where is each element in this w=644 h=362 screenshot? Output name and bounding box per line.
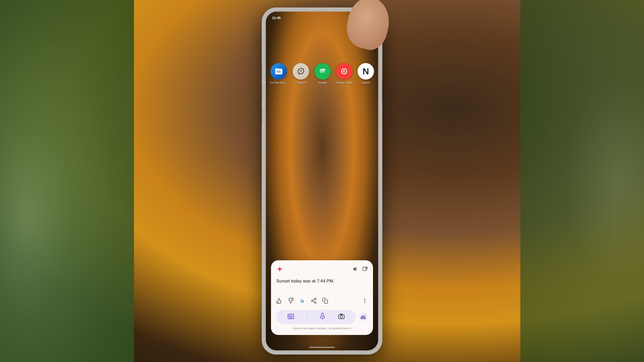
svg-rect-44	[363, 316, 364, 319]
svg-point-25	[364, 300, 365, 301]
battery-icon	[367, 16, 372, 20]
svg-point-17	[299, 298, 305, 304]
svg-line-21	[313, 301, 315, 302]
chatgpt-label: ChatGPT	[295, 81, 307, 84]
gemini-logo	[276, 265, 283, 274]
mute-button	[262, 65, 263, 78]
notion-icon[interactable]	[358, 63, 374, 80]
app-chatgpt[interactable]: ChatGPT	[293, 63, 309, 84]
svg-point-0	[363, 19, 363, 19]
volume-up-button	[262, 83, 263, 101]
svg-rect-39	[338, 315, 344, 319]
svg-rect-16	[363, 267, 367, 271]
svg-rect-34	[291, 316, 292, 317]
input-divider	[307, 314, 307, 320]
notion-label: Notion	[362, 81, 370, 84]
svg-rect-45	[365, 317, 366, 319]
phone-frame: 12:45 ▲▲▲	[263, 8, 381, 354]
svg-rect-30	[291, 315, 292, 316]
hand-background-left	[0, 0, 134, 362]
status-time: 12:45	[272, 16, 281, 20]
spotify-icon[interactable]	[314, 63, 331, 80]
app-pocket-casts[interactable]: Pocket Casts	[336, 63, 353, 84]
status-bar: 12:45 ▲▲▲	[266, 12, 378, 22]
svg-text:CX: CX	[277, 70, 281, 73]
thumbs-down-button[interactable]	[287, 298, 294, 305]
gemini-panel: Sunset today was at 7:44 PM.	[271, 260, 373, 335]
gemini-input-row	[276, 310, 368, 324]
svg-point-20	[315, 302, 316, 303]
svg-marker-15	[353, 267, 356, 271]
svg-rect-3	[367, 17, 370, 19]
cx-file-explorer-icon[interactable]: CX	[270, 63, 287, 80]
volume-down-button	[262, 106, 263, 124]
svg-rect-36	[290, 317, 292, 318]
svg-rect-42	[361, 316, 362, 319]
app-cx-file-explorer[interactable]: CX Cx File Expl...	[270, 63, 287, 84]
status-icons: ▲▲▲	[351, 16, 372, 20]
svg-point-48	[364, 315, 365, 315]
pocket-casts-label: Pocket Casts	[336, 81, 353, 84]
svg-rect-33	[290, 316, 291, 317]
svg-rect-28	[289, 315, 290, 316]
wifi-icon	[361, 16, 365, 20]
signal-icon: ▲▲▲	[351, 16, 360, 19]
svg-rect-29	[290, 315, 291, 316]
more-options-button[interactable]	[362, 298, 368, 305]
svg-rect-2	[371, 17, 372, 18]
app-spotify[interactable]: Spotify	[314, 63, 331, 84]
power-button	[381, 81, 382, 101]
screenshot-icon[interactable]	[338, 314, 344, 321]
thumbs-up-button[interactable]	[276, 298, 282, 305]
svg-point-18	[315, 298, 316, 300]
open-external-icon[interactable]	[362, 266, 368, 273]
svg-point-8	[317, 66, 328, 76]
svg-point-24	[364, 298, 365, 299]
svg-rect-23	[324, 300, 328, 303]
google-search-button[interactable]	[299, 297, 306, 306]
svg-point-19	[311, 300, 313, 301]
spotify-label: Spotify	[318, 81, 327, 84]
gemini-header	[276, 265, 368, 274]
svg-point-47	[365, 315, 366, 316]
svg-rect-5	[275, 68, 279, 70]
background-right	[520, 0, 644, 362]
svg-rect-37	[321, 313, 324, 317]
app-icons-row: CX Cx File Expl... ChatGPT	[266, 63, 378, 84]
copy-button[interactable]	[322, 298, 328, 305]
gemini-input-pill[interactable]	[276, 310, 356, 324]
gemini-disclaimer: Gemini can make mistakes, so double-chec…	[276, 327, 368, 330]
svg-rect-32	[289, 316, 290, 317]
svg-rect-43	[362, 315, 363, 319]
home-indicator	[309, 347, 335, 348]
speaker-icon[interactable]	[352, 266, 358, 273]
microphone-icon[interactable]	[320, 313, 325, 321]
chatgpt-icon[interactable]	[293, 63, 309, 80]
phone-screen: 12:45 ▲▲▲	[266, 12, 378, 350]
svg-rect-31	[292, 315, 293, 316]
svg-line-22	[313, 299, 315, 300]
audio-bars-button[interactable]	[359, 312, 368, 322]
svg-point-40	[340, 315, 343, 318]
share-button[interactable]	[311, 298, 317, 305]
pocket-casts-icon[interactable]	[336, 63, 352, 80]
gemini-actions-row	[276, 297, 368, 306]
gemini-response-text: Sunset today was at 7:44 PM.	[276, 278, 368, 293]
app-notion[interactable]: Notion	[358, 63, 374, 84]
keyboard-icon[interactable]	[288, 314, 294, 320]
svg-rect-35	[292, 316, 293, 317]
svg-point-26	[364, 302, 365, 303]
gemini-header-actions	[352, 266, 368, 273]
cx-file-explorer-label: Cx File Expl...	[270, 81, 287, 84]
